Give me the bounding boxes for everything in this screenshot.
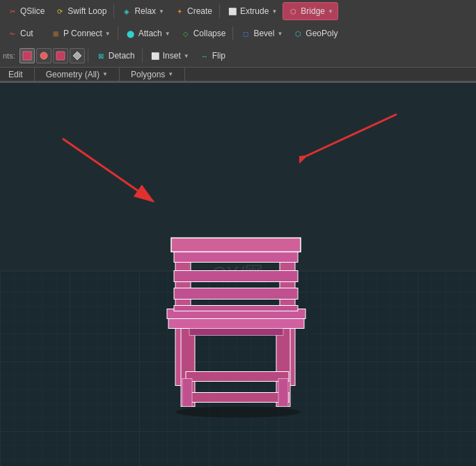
geopoly-label: GeoPoly <box>306 29 338 38</box>
mode-icon-4[interactable] <box>70 48 85 63</box>
viewport[interactable]: CX/网 system.com <box>0 83 476 466</box>
extrude-dropdown-icon: ▼ <box>271 8 277 15</box>
bevel-dropdown-icon: ▼ <box>277 31 283 37</box>
bevel-button[interactable]: ◻ Bevel ▼ <box>236 24 287 42</box>
mode-icons <box>19 48 85 63</box>
extrude-icon: ⬜ <box>227 6 238 17</box>
svg-point-1 <box>40 52 47 59</box>
attach-button[interactable]: ⬤ Attach ▼ <box>121 24 175 42</box>
cut-icon: ✁ <box>7 28 18 39</box>
extrude-button[interactable]: ⬜ Extrude ▼ <box>223 2 281 20</box>
swiftloop-button[interactable]: ⟳ Swift Loop <box>50 2 111 20</box>
geopoly-button[interactable]: ⬡ GeoPoly <box>288 24 342 42</box>
collapse-button[interactable]: ◇ Collapse <box>176 24 230 42</box>
polygons-dropdown-icon: ▼ <box>168 71 173 77</box>
polygons-section[interactable]: Polygons ▼ <box>120 68 185 81</box>
svg-rect-25 <box>189 329 283 336</box>
cut-label: Cut <box>20 29 33 38</box>
flip-icon: ↔ <box>199 50 210 61</box>
svg-rect-17 <box>174 288 298 300</box>
separator-5 <box>88 49 88 63</box>
inset-icon: ⬜ <box>150 50 161 61</box>
svg-point-24 <box>175 407 301 418</box>
qslice-label: QSlice <box>20 6 45 16</box>
svg-rect-0 <box>23 52 31 60</box>
collapse-label: Collapse <box>193 29 226 38</box>
chair-model <box>141 163 335 430</box>
svg-rect-20 <box>186 372 289 382</box>
chair-svg <box>141 163 335 428</box>
edit-section-label: Edit <box>8 70 23 79</box>
svg-rect-22 <box>182 379 192 407</box>
attach-label: Attach <box>138 29 162 38</box>
svg-rect-23 <box>278 379 288 407</box>
bridge-icon: ⬡ <box>287 6 299 17</box>
separator-4 <box>232 26 233 40</box>
mode-icon-2[interactable] <box>36 48 51 63</box>
nts-label: nts: <box>3 52 15 60</box>
create-button[interactable]: ✦ Create <box>170 2 216 20</box>
polygons-section-label: Polygons <box>131 70 165 79</box>
bridge-label: Bridge <box>301 6 325 16</box>
attach-icon: ⬤ <box>125 28 136 39</box>
qslice-button[interactable]: ✂ QSlice <box>3 2 49 20</box>
svg-rect-16 <box>174 271 298 282</box>
toolbar-row-2: ✁ Cut ⊞ P Connect ▼ ⬤ Attach ▼ ◇ Collaps… <box>0 22 476 45</box>
swiftloop-label: Swift Loop <box>68 6 106 16</box>
detach-label: Detach <box>109 51 135 61</box>
create-label: Create <box>187 6 212 16</box>
relax-label: Relax <box>134 6 156 16</box>
pconnect-dropdown-icon: ▼ <box>105 31 111 37</box>
svg-rect-19 <box>171 238 301 252</box>
relax-dropdown-icon: ▼ <box>159 8 164 15</box>
extrude-label: Extrude <box>240 6 269 16</box>
toolbar-row-3: nts: ⊠ Detach ⬜ Inset ▼ <box>0 45 476 67</box>
inset-dropdown-icon: ▼ <box>184 53 189 59</box>
flip-button[interactable]: ↔ Flip <box>195 47 237 65</box>
section-labels-bar: Edit Geometry (All) ▼ Polygons ▼ <box>0 67 476 82</box>
separator-1 <box>113 4 114 18</box>
toolbar: ✂ QSlice ⟳ Swift Loop ◈ Relax ▼ ✦ Create… <box>0 0 476 83</box>
inset-button[interactable]: ⬜ Inset ▼ <box>145 47 193 65</box>
geometry-section-label: Geometry (All) <box>46 70 100 79</box>
relax-icon: ◈ <box>121 6 132 17</box>
separator-3 <box>118 26 118 40</box>
pconnect-icon: ⊞ <box>50 28 61 39</box>
svg-marker-3 <box>73 52 81 60</box>
collapse-icon: ◇ <box>180 28 191 39</box>
flip-label: Flip <box>212 51 225 61</box>
pconnect-label: P Connect <box>63 29 102 38</box>
geometry-section[interactable]: Geometry (All) ▼ <box>35 68 120 81</box>
mode-icon-1[interactable] <box>19 48 35 63</box>
swiftloop-icon: ⟳ <box>54 6 65 17</box>
inset-label: Inset <box>163 51 181 61</box>
bevel-label: Bevel <box>253 29 274 38</box>
attach-dropdown-icon: ▼ <box>165 31 170 37</box>
relax-button[interactable]: ◈ Relax ▼ <box>117 2 168 20</box>
pconnect-button[interactable]: ⊞ P Connect ▼ <box>46 24 115 42</box>
detach-button[interactable]: ⊠ Detach <box>91 47 139 65</box>
cut-button[interactable]: ✁ Cut <box>3 24 45 42</box>
geometry-dropdown-icon: ▼ <box>102 71 108 77</box>
qslice-icon: ✂ <box>7 6 18 17</box>
bridge-button[interactable]: ⬡ Bridge ▼ <box>283 2 338 20</box>
toolbar-row-1: ✂ QSlice ⟳ Swift Loop ◈ Relax ▼ ✦ Create… <box>0 0 476 22</box>
mode-icon-3[interactable] <box>53 48 68 63</box>
bridge-dropdown-icon: ▼ <box>328 8 333 15</box>
detach-icon: ⊠ <box>95 50 106 61</box>
separator-6 <box>142 49 143 63</box>
svg-rect-2 <box>56 52 65 60</box>
bevel-icon: ◻ <box>240 28 251 39</box>
separator-2 <box>219 4 220 18</box>
create-icon: ✦ <box>174 6 185 17</box>
svg-rect-18 <box>174 306 298 311</box>
edit-section[interactable]: Edit <box>3 68 35 81</box>
geopoly-icon: ⬡ <box>292 28 303 39</box>
svg-rect-21 <box>186 393 289 403</box>
